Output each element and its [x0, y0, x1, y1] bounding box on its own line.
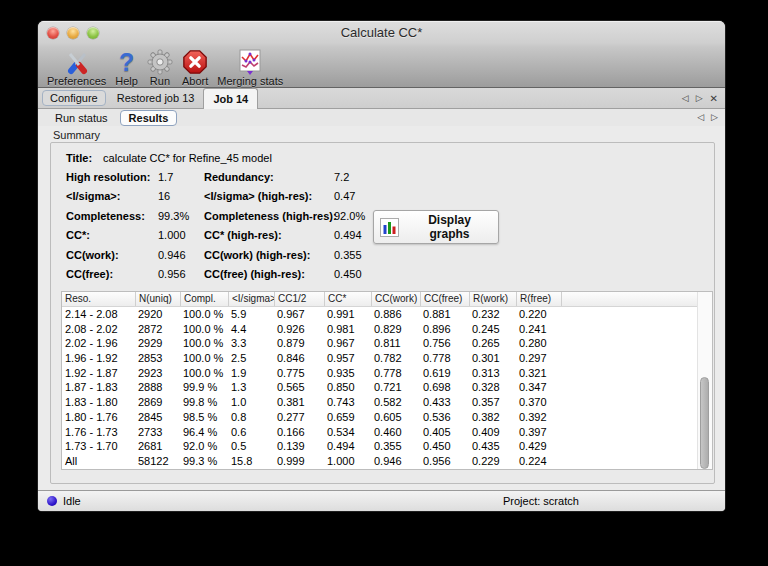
run-button[interactable]: Run — [147, 48, 173, 87]
title-bar[interactable]: Calculate CC* — [38, 21, 725, 44]
table-row[interactable]: 1.83 - 1.80286999.8 %1.00.3810.7430.5820… — [62, 395, 712, 410]
column-header[interactable]: Reso. — [62, 292, 135, 306]
table-cell: 2923 — [135, 366, 180, 381]
toolbar-item-label: Abort — [182, 75, 208, 87]
table-cell: 0.429 — [516, 439, 561, 454]
zoom-window-button[interactable] — [87, 27, 99, 39]
statistics-table[interactable]: Reso.N(uniq)Compl.<I/sigma>CC1/2CC*CC(wo… — [61, 291, 713, 470]
table-cell: 0.460 — [371, 425, 420, 440]
tab-configure[interactable]: Configure — [42, 90, 106, 106]
table-cell: 0.967 — [274, 307, 324, 322]
summary-section-label: Summary — [53, 129, 100, 141]
table-row[interactable]: 1.96 - 1.922853100.0 %2.50.8460.9570.782… — [62, 351, 712, 366]
table-cell: 4.4 — [228, 322, 274, 337]
table-cell: 1.000 — [324, 454, 371, 469]
column-header[interactable]: CC1/2 — [274, 292, 324, 306]
column-header[interactable]: R(free) — [516, 292, 561, 306]
summary-value: 0.946 — [158, 249, 204, 261]
table-cell: 0.846 — [274, 351, 324, 366]
table-cell: 0.619 — [420, 366, 469, 381]
abort-button[interactable]: Abort — [182, 48, 208, 87]
table-cell: 0.382 — [469, 410, 516, 425]
table-row[interactable]: All5812299.3 %15.80.9991.0000.9460.9560.… — [62, 454, 712, 469]
table-cell: 2872 — [135, 322, 180, 337]
column-header[interactable]: CC(work) — [371, 292, 420, 306]
tab-restored-job-13[interactable]: Restored job 13 — [108, 88, 204, 108]
screen-background: Calculate CC* Preferences ? — [0, 0, 768, 566]
table-row[interactable]: 2.14 - 2.082920100.0 %5.90.9670.9910.886… — [62, 307, 712, 322]
summary-value: 0.450 — [334, 268, 365, 280]
help-button[interactable]: ? Help — [115, 48, 138, 87]
table-cell: 0.935 — [324, 366, 371, 381]
scrollbar-thumb[interactable] — [700, 377, 709, 469]
table-cell: 0.370 — [516, 395, 561, 410]
table-cell: 0.313 — [469, 366, 516, 381]
column-header[interactable]: R(work) — [469, 292, 516, 306]
table-row[interactable]: 1.80 - 1.76284598.5 %0.80.2770.6590.6050… — [62, 410, 712, 425]
help-question-icon: ? — [119, 48, 134, 75]
tab-close-icon[interactable]: ✕ — [710, 94, 718, 103]
table-row[interactable]: 2.02 - 1.962929100.0 %3.30.8790.9670.811… — [62, 336, 712, 351]
table-row[interactable]: 1.87 - 1.83288899.9 %1.30.5650.8500.7210… — [62, 380, 712, 395]
subtab-scroll-left-icon[interactable]: ◁ — [697, 113, 704, 122]
table-cell: 0.166 — [274, 425, 324, 440]
summary-label: CC(work) (high-res): — [204, 249, 334, 261]
table-cell: 0.605 — [371, 410, 420, 425]
table-cell: 0.782 — [371, 351, 420, 366]
table-row[interactable]: 1.92 - 1.872923100.0 %1.90.7750.9350.778… — [62, 366, 712, 381]
table-cell: 0.811 — [371, 336, 420, 351]
summary-value: 0.47 — [334, 190, 365, 202]
table-cell: 0.926 — [274, 322, 324, 337]
summary-label: CC(work): — [66, 249, 158, 261]
table-row[interactable]: 1.73 - 1.70268192.0 %0.50.1390.4940.3550… — [62, 439, 712, 454]
project-label: Project: scratch — [503, 491, 579, 511]
table-row[interactable]: 2.08 - 2.022872100.0 %4.40.9260.9810.829… — [62, 322, 712, 337]
tab-run-status[interactable]: Run status — [47, 112, 116, 124]
table-cell: 0.743 — [324, 395, 371, 410]
table-cell: 0.967 — [324, 336, 371, 351]
table-cell: 98.5 % — [180, 410, 228, 425]
table-cell: 58122 — [135, 454, 180, 469]
table-row[interactable]: 1.76 - 1.73273396.4 %0.60.1660.5340.4600… — [62, 425, 712, 440]
table-cell: 0.224 — [516, 454, 561, 469]
column-header[interactable]: <I/sigma> — [228, 292, 274, 306]
table-cell: 0.494 — [324, 439, 371, 454]
table-cell: 1.80 - 1.76 — [62, 410, 135, 425]
tab-scroll-right-icon[interactable]: ▷ — [696, 94, 703, 103]
table-cell: 0.450 — [420, 439, 469, 454]
column-header[interactable]: CC(free) — [420, 292, 469, 306]
column-header[interactable]: Compl. — [180, 292, 228, 306]
table-cell: 100.0 % — [180, 351, 228, 366]
subtab-scroll-right-icon[interactable]: ▷ — [711, 113, 718, 122]
table-cell: 0.297 — [516, 351, 561, 366]
minimize-window-button[interactable] — [67, 27, 79, 39]
table-cell: 99.3 % — [180, 454, 228, 469]
table-cell: 0.946 — [371, 454, 420, 469]
table-cell: 2681 — [135, 439, 180, 454]
summary-value: 0.956 — [158, 268, 204, 280]
column-header[interactable]: CC* — [324, 292, 371, 306]
table-cell: 1.9 — [228, 366, 274, 381]
table-scrollbar[interactable] — [697, 292, 712, 469]
table-cell: 100.0 % — [180, 307, 228, 322]
merging-stats-plot-icon — [238, 48, 262, 75]
table-cell: 2920 — [135, 307, 180, 322]
summary-value: 99.3% — [158, 210, 204, 222]
table-cell: 99.8 % — [180, 395, 228, 410]
summary-label: High resolution: — [66, 171, 158, 183]
column-header[interactable]: N(uniq) — [135, 292, 180, 306]
tab-scroll-left-icon[interactable]: ◁ — [682, 94, 689, 103]
tab-results[interactable]: Results — [120, 110, 178, 126]
summary-value: 92.0% — [334, 210, 365, 222]
display-graphs-button[interactable]: Display graphs — [373, 210, 499, 244]
merging-stats-button[interactable]: Merging stats — [217, 48, 283, 87]
tab-job-14[interactable]: Job 14 — [203, 88, 258, 109]
close-window-button[interactable] — [47, 27, 59, 39]
display-graphs-label: Display graphs — [407, 213, 492, 241]
table-cell: 0.956 — [420, 454, 469, 469]
preferences-button[interactable]: Preferences — [47, 48, 106, 87]
table-cell: 0.756 — [420, 336, 469, 351]
table-cell: 0.886 — [371, 307, 420, 322]
table-cell: 0.565 — [274, 380, 324, 395]
table-cell: 100.0 % — [180, 336, 228, 351]
